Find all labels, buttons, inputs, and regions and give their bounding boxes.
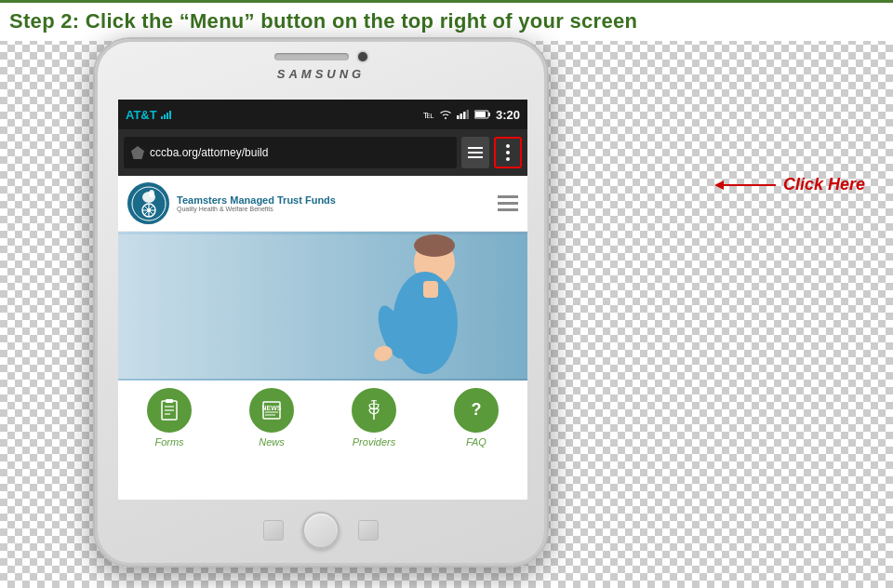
tab-lines-icon [468,147,483,158]
svg-rect-10 [488,113,490,116]
wifi-icon [439,110,452,119]
browser-menu-button[interactable] [494,137,522,168]
providers-label: Providers [353,436,395,448]
hero-svg [118,234,527,379]
svg-rect-5 [460,114,462,119]
tab-switcher-button[interactable] [461,137,489,168]
hero-image [118,232,527,381]
nav-item-faq[interactable]: ? FAQ [425,381,527,453]
svg-rect-28 [166,399,173,403]
site-logo-area: Teamsters Managed Trust Funds Quality He… [127,182,336,224]
svg-rect-2 [167,113,168,119]
speaker-grille [274,53,349,60]
site-title-sub: Quality Health & Welfare Benefits [177,206,336,212]
faq-label: FAQ [466,436,486,448]
svg-rect-1 [164,114,166,119]
carrier-text: AT&T [126,108,157,122]
nav-item-providers[interactable]: Providers [323,381,425,453]
svg-rect-0 [161,116,163,119]
annotation-arrow [720,184,776,186]
time-display: 3:20 [496,108,520,122]
url-security-icon [131,146,144,159]
back-button[interactable] [263,520,284,541]
medical-icon [361,397,387,423]
faq-icon-circle: ? [454,388,499,433]
svg-text:NEWS: NEWS [262,405,282,411]
svg-rect-9 [475,112,486,117]
svg-rect-26 [423,281,438,298]
website-content: Teamsters Managed Trust Funds Quality He… [118,176,527,453]
svg-point-22 [414,234,455,257]
menu-line-2 [498,202,518,205]
three-dots-icon [506,144,510,161]
forms-icon-circle [147,388,192,433]
instruction-text: Step 2: Click the “Menu” button on the t… [9,9,637,33]
svg-rect-7 [466,110,469,119]
status-right: ℡ [423,108,520,122]
news-label: News [259,436,285,448]
svg-rect-6 [463,112,466,119]
status-bar: AT&T ℡ [118,100,527,129]
click-here-annotation: Click Here [720,175,865,194]
clipboard-icon [156,397,182,423]
svg-text:?: ? [472,400,482,419]
instruction-bar: Step 2: Click the “Menu” button on the t… [0,0,893,41]
bluetooth-icon: ℡ [423,109,434,121]
news-icon-circle: NEWS [249,388,294,433]
svg-rect-20 [118,234,527,379]
recents-button[interactable] [358,520,379,541]
svg-point-13 [149,190,154,197]
teamsters-logo-svg [131,186,167,221]
menu-line-1 [498,195,518,198]
samsung-label: SAMSUNG [277,67,365,81]
front-camera-area [274,52,367,61]
phone-body: SAMSUNG AT&T [93,37,549,568]
question-icon: ? [463,397,489,423]
providers-icon-circle [352,388,396,433]
battery-icon [474,110,491,119]
phone-screen: AT&T ℡ [118,100,527,500]
nav-item-news[interactable]: NEWS News [220,381,323,453]
site-logo [127,182,169,224]
url-text: cccba.org/attorney/build [150,146,268,159]
url-box[interactable]: cccba.org/attorney/build [124,137,457,168]
home-button[interactable] [302,512,340,549]
news-icon: NEWS [259,397,285,423]
forms-label: Forms [154,436,183,448]
site-hamburger-menu[interactable] [498,195,518,211]
browser-bar[interactable]: cccba.org/attorney/build [118,129,527,176]
phone-mockup: SAMSUNG AT&T [93,37,577,577]
site-title-main: Teamsters Managed Trust Funds [177,194,336,206]
phone-bottom-buttons [263,512,379,549]
signal-icon [161,110,174,119]
svg-rect-3 [169,111,171,119]
menu-line-3 [498,208,518,211]
svg-rect-4 [457,115,460,119]
nav-item-forms[interactable]: Forms [118,381,220,453]
signal-bars-icon [457,110,470,119]
front-camera [358,52,367,61]
svg-point-19 [147,208,151,212]
bottom-nav: Forms NEWS News [118,381,527,453]
click-here-text: Click Here [783,175,865,194]
site-title-block: Teamsters Managed Trust Funds Quality He… [177,194,336,212]
carrier-info: AT&T [126,108,174,122]
site-header: Teamsters Managed Trust Funds Quality He… [118,176,527,232]
